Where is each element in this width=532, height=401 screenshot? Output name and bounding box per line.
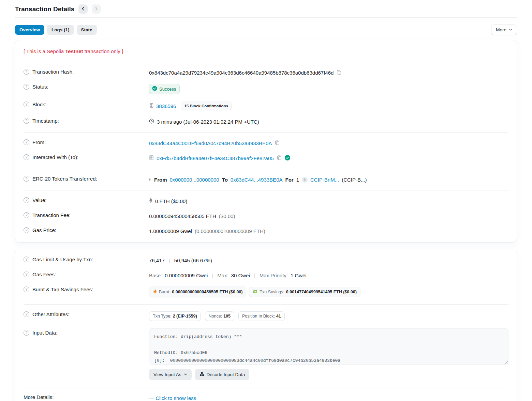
gas-price-alt: (0.000000001000000009 ETH) (195, 228, 265, 234)
txn-type-badge: Txn Type: 2 (EIP-1559) (149, 311, 201, 321)
view-input-as-button[interactable]: View Input As (149, 369, 192, 380)
help-icon[interactable] (24, 212, 29, 218)
burnt-label: Burnt: (159, 290, 170, 294)
main-container: Transaction Details Overview Logs (1) St… (0, 0, 532, 401)
chevron-down-icon (184, 372, 187, 377)
erc20-to-address-link[interactable]: 0x83dC44...4933BE0A (231, 177, 283, 183)
erc20-token-symbol: (CCIP-B...) (342, 177, 367, 183)
help-icon[interactable] (24, 139, 29, 145)
value-row: Value: 0 ETH ($0.00) (24, 194, 508, 209)
help-icon[interactable] (24, 257, 29, 262)
help-icon[interactable] (24, 84, 29, 90)
help-icon[interactable] (24, 287, 29, 292)
more-details-row: More Details: — Click to show less (24, 390, 508, 401)
chevron-down-icon (509, 27, 512, 32)
copy-icon (277, 155, 282, 161)
hourglass-icon (149, 103, 153, 109)
gas-fees-row: Gas Fees: Base: 0.000000009 Gwei | Max: … (24, 268, 508, 283)
status-badge-label: Success (159, 87, 176, 92)
value-fee-section: Value: 0 ETH ($0.00) Transaction Fee: 0.… (24, 190, 508, 242)
more-details-section: More Details: — Click to show less (24, 387, 508, 401)
burnt-savings-label: Burnt & Txn Savings Fees: (32, 287, 93, 292)
addresses-section: From: 0x83dC44a4C00DFf69d0A0c7c94B20b53a… (24, 132, 508, 169)
copy-hash-button[interactable] (336, 70, 342, 76)
interacted-with-row: Interacted With (To): 0xFd57b4ddBf88a4e0… (24, 151, 508, 166)
clock-icon (149, 119, 154, 125)
help-icon[interactable] (24, 311, 29, 317)
input-actions: View Input As Decode Input Data (149, 369, 508, 380)
transaction-fee-value: 0.000050945000458505 ETH (149, 213, 216, 219)
input-data-textarea[interactable]: Function: drip(address token) *** Method… (149, 328, 508, 365)
erc20-from-address-link[interactable]: 0x000000...00000000 (170, 177, 219, 183)
transaction-hash-value: 0x843dc70a4a29d79234c49a904c363d6c46640a… (149, 70, 334, 76)
txn-savings-value: 0.001477404999541495 ETH ($0.00) (286, 290, 357, 294)
max-fee-label: Max: (217, 273, 228, 278)
gas-price-value: 1.000000009 Gwei (149, 228, 192, 234)
block-label: Block: (32, 102, 46, 107)
prev-transaction-button[interactable] (78, 4, 88, 14)
cubes-icon (200, 372, 204, 377)
next-transaction-button[interactable] (92, 4, 101, 14)
tabs-row: Overview Logs (1) State More (15, 25, 517, 35)
status-badge: Success (149, 84, 180, 94)
chevron-left-icon (81, 6, 85, 12)
burnt-value: 0.000000000000458505 ETH ($0.00) (172, 290, 242, 294)
copy-to-button[interactable] (277, 155, 282, 161)
input-data-label: Input Data: (32, 330, 57, 336)
gas-used-value: 50,945 (66.67%) (174, 258, 212, 263)
help-icon[interactable] (24, 102, 29, 107)
interacted-address-link[interactable]: 0xFd57b4ddBf88a4e07fF4e34C487b99af2Fe82a… (157, 155, 274, 161)
money-wings-icon (253, 289, 258, 295)
header-divider (15, 17, 517, 18)
nonce-badge: Nonce: 105 (205, 311, 234, 321)
transaction-hash-row: Transaction Hash: 0x843dc70a4a29d79234c4… (24, 65, 508, 80)
timestamp-value: 3 mins ago (Jul-06-2023 01:02:24 PM +UTC… (157, 119, 259, 125)
from-address-link[interactable]: 0x83dC44a4C00DFf69d0A0c7c94B20b53a4933BE… (149, 140, 272, 146)
max-fee-value: 30 Gwei (231, 273, 250, 278)
position-key: Position In Block: (242, 314, 275, 319)
show-less-link[interactable]: — Click to show less (149, 395, 196, 401)
status-label: Status: (32, 84, 48, 90)
burnt-fee-badge: Burnt: 0.000000000000458505 ETH ($0.00) (149, 287, 246, 297)
help-icon[interactable] (24, 118, 29, 124)
transaction-fee-usd: ($0.00) (219, 213, 235, 219)
tab-overview[interactable]: Overview (15, 25, 44, 35)
caret-right-icon (149, 178, 151, 181)
tab-state[interactable]: State (77, 25, 97, 35)
details-card: Gas Limit & Usage by Txn: 76,417 | 50,94… (15, 249, 517, 401)
help-icon[interactable] (24, 176, 29, 182)
verified-check-icon (285, 155, 290, 161)
max-priority-label: Max Priority: (260, 273, 288, 278)
notice-suffix: transaction only ] (83, 48, 123, 54)
more-button[interactable]: More (491, 25, 517, 35)
help-icon[interactable] (24, 197, 29, 203)
help-icon[interactable] (24, 69, 29, 75)
help-icon[interactable] (24, 154, 29, 160)
check-circle-icon (152, 86, 157, 92)
block-number-link[interactable]: 3836596 (156, 103, 176, 109)
value-amount: 0 ETH ($0.00) (155, 198, 187, 204)
timestamp-label: Timestamp: (32, 118, 59, 124)
txn-type-key: Txn Type: (153, 314, 172, 319)
notice-prefix: [ This is a Sepolia (24, 48, 65, 54)
help-icon[interactable] (24, 272, 29, 277)
erc20-token-link[interactable]: CCIP-BnM... (310, 177, 339, 183)
more-details-label: More Details: (24, 394, 54, 400)
other-attributes-row: Other Attributes: Txn Type: 2 (EIP-1559)… (24, 308, 508, 325)
help-icon[interactable] (24, 227, 29, 233)
decode-input-data-button[interactable]: Decode Input Data (195, 369, 250, 380)
position-in-block-badge: Position In Block: 41 (238, 311, 285, 321)
transaction-fee-row: Transaction Fee: 0.000050945000458505 ET… (24, 209, 508, 223)
erc20-row: ERC-20 Tokens Transferred: From 0x000000… (24, 172, 508, 187)
erc20-section: ERC-20 Tokens Transferred: From 0x000000… (24, 169, 508, 190)
timestamp-row: Timestamp: 3 mins ago (Jul-06-2023 01:02… (24, 114, 508, 129)
from-label: From: (32, 139, 46, 145)
page-title: Transaction Details (15, 5, 74, 13)
gas-price-label: Gas Price: (32, 227, 56, 233)
erc20-from-word: From (154, 177, 167, 183)
tx-summary-section: Transaction Hash: 0x843dc70a4a29d79234c4… (24, 62, 508, 132)
help-icon[interactable] (24, 330, 29, 336)
copy-from-button[interactable] (275, 140, 280, 146)
block-confirmations-badge: 15 Block Confirmations (181, 102, 231, 110)
tab-logs[interactable]: Logs (1) (47, 25, 74, 35)
